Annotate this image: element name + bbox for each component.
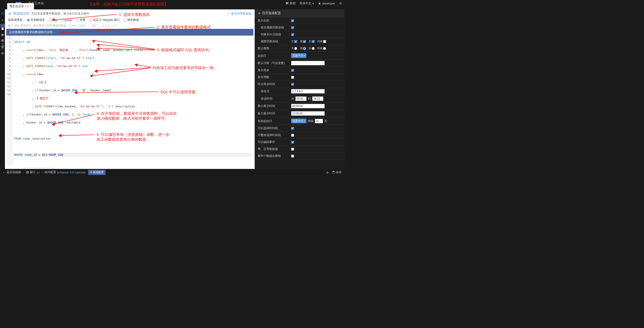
source-opt-custom[interactable]: 自定义 http(get) 接口 (90, 18, 120, 22)
chk-view-list[interactable] (323, 40, 326, 43)
opt-week: 周 (300, 40, 302, 43)
opt-jsonp-label: jsonp (65, 18, 72, 22)
rp-label-prevnext: 前后视图切换按钮 (258, 26, 291, 30)
chk-view-week[interactable] (303, 40, 306, 43)
rp-label-mintime: 最小展示时间 (258, 104, 291, 108)
rp-label-editable: 可以编辑事件 (258, 140, 291, 144)
sql-editor[interactable]: 123456789101112131415 SELECT id , concat… (6, 36, 253, 165)
chk-navlinks[interactable] (291, 148, 294, 151)
crumb-component: 组件配置 (44, 170, 56, 174)
radio-dv-month[interactable] (294, 47, 297, 50)
chk-today[interactable] (291, 33, 294, 36)
duration-label: 持续 (308, 119, 314, 123)
rp-label-maxtime: 最大展示时间 (258, 111, 291, 115)
right-panel-header: 日历选项配置 (255, 10, 344, 17)
svg-point-2 (10, 13, 10, 14)
validstart-select[interactable]: 总是今日 (291, 119, 306, 123)
sidebar-tab-props[interactable]: 属性配置 (0, 36, 5, 39)
dv-day: 天 (308, 47, 311, 50)
chk-prevnext[interactable] (291, 26, 294, 29)
back-to-flow[interactable]: ← 返回流程图 (3, 170, 21, 174)
rp-label-eventlimit: 事件个数超出限制 (258, 154, 291, 158)
chk-view-day[interactable] (312, 40, 314, 43)
save-button[interactable]: 保存 (332, 170, 342, 174)
chk-weekend[interactable] (291, 69, 294, 72)
sql-code[interactable]: SELECT id , concat(des, '\n\t 预定者：' , if… (13, 36, 253, 165)
radio-dv-list[interactable] (323, 47, 326, 50)
chk-eventlimit[interactable] (291, 155, 294, 158)
startday-select[interactable]: 总是今日 (291, 53, 306, 58)
chk-editable[interactable] (291, 141, 294, 144)
help-config-button[interactable]: ✦ 教我配置 (88, 170, 105, 175)
bizdays-input[interactable] (291, 89, 325, 94)
chk-view-month[interactable] (294, 40, 297, 43)
mintime-input[interactable] (291, 104, 325, 108)
bizfrom-input[interactable] (296, 96, 306, 101)
rp-label-bizhour: 区分营业时间 (258, 82, 291, 86)
sql-gutter: 123456789101112131415 (6, 36, 13, 165)
lock-icon (318, 2, 321, 5)
duration-input[interactable] (315, 119, 323, 123)
language-selector[interactable]: 简体中文 ▾ (300, 1, 314, 5)
crumb-component-name[interactable]: enhancer-full-calendar (57, 171, 86, 174)
rp-label-validstart: 有效起始日 (258, 119, 291, 123)
left-sidebar: ≡ « 页面管理 帧级内容 属性配置 自定义HTML内容 (0, 10, 5, 169)
source-opt-var[interactable]: 变量 (76, 18, 86, 22)
defaultdate-input[interactable] (291, 61, 325, 65)
crumb-window[interactable]: 窗口 (30, 170, 36, 174)
reset-button[interactable]: ⊘ (326, 171, 329, 174)
tutorial-link[interactable]: 教程 (286, 1, 296, 5)
menu-toggle-icon[interactable]: ≡ (1, 11, 4, 16)
tab-close-icon[interactable]: × (30, 5, 32, 8)
rp-label-biztime: 营业时间 (258, 97, 291, 101)
source-opt-http[interactable]: http (49, 18, 58, 22)
rp-label-overlap: 可叠加选择时间段 (258, 133, 291, 137)
collapse-icon[interactable]: « (2, 18, 3, 22)
opt-static-label: 静态数据 (128, 18, 139, 22)
gear-icon (339, 2, 342, 5)
tab-room-booking[interactable]: 预定会议室 109 × (7, 3, 34, 9)
back-label: 返回流程图 (6, 170, 21, 174)
source-opt-jsonp[interactable]: jsonp (62, 18, 72, 22)
chk-bizhour[interactable] (291, 83, 294, 86)
sidebar-tab-page[interactable]: 页面管理 (0, 24, 5, 28)
format-expand-bar[interactable]: 点击查看组件要求的数据格式说明 ⌄ (6, 29, 253, 36)
topbar: beta ▸ 开发工作台 教程 简体中文 ▾ developer (0, 0, 344, 7)
tab-label: 预定会议室 (10, 4, 24, 8)
gear-icon (258, 12, 261, 15)
help-link[interactable]: 教我设置数据源 (227, 12, 252, 16)
sidebar-tab-frame[interactable]: 帧级内容 (0, 30, 5, 33)
source-opt-rdb[interactable]: 关系数据库 (27, 18, 45, 22)
source-opt-static[interactable]: 静态数据 (124, 18, 139, 22)
wand-icon (227, 12, 230, 15)
opt-list: 列表 (317, 40, 323, 43)
radio-dv-week[interactable] (303, 47, 306, 50)
status-bar: ← 返回流程图 | 窗口 12 → 组件配置 enhancer-full-cal… (0, 169, 344, 176)
lang-label: 简体中文 (300, 1, 311, 5)
user-menu[interactable]: developer (318, 2, 335, 5)
sidebar-tab-html[interactable]: 自定义HTML内容 (0, 41, 5, 52)
svg-rect-26 (26, 171, 27, 172)
radio-dv-day[interactable] (312, 47, 314, 50)
crumb-window-num[interactable]: 12 (36, 171, 40, 174)
settings-button[interactable] (339, 2, 342, 5)
arrow-right-icon: → (41, 171, 44, 174)
chk-selectable[interactable] (291, 127, 294, 130)
maxtime-input[interactable] (291, 111, 325, 116)
duration-unit: 天 (324, 119, 327, 123)
opt-custom-label: 自定义 http(get) 接口 (93, 18, 120, 22)
save-label: 保存 (336, 170, 342, 174)
dv-list: 列表 (317, 47, 323, 50)
help-config-label: 教我配置 (93, 171, 104, 174)
bizto-input[interactable] (312, 96, 323, 101)
to-label: 到 (308, 97, 311, 101)
chk-show-header[interactable] (291, 19, 294, 22)
config-title: 数据源设置 (14, 12, 29, 16)
chk-weeknum[interactable] (291, 76, 294, 79)
expand-bar-label: 点击查看组件要求的数据格式说明 (9, 30, 52, 34)
right-panel: 日历选项配置 显示头部 前后视图切换按钮 切换到今日按钮 视图切换按钮 月 周 … (255, 10, 344, 169)
chk-overlap[interactable] (291, 134, 294, 137)
rp-label-today: 切换到今日按钮 (258, 33, 291, 37)
grid-icon (26, 171, 29, 174)
dv-week: 周 (300, 47, 302, 50)
